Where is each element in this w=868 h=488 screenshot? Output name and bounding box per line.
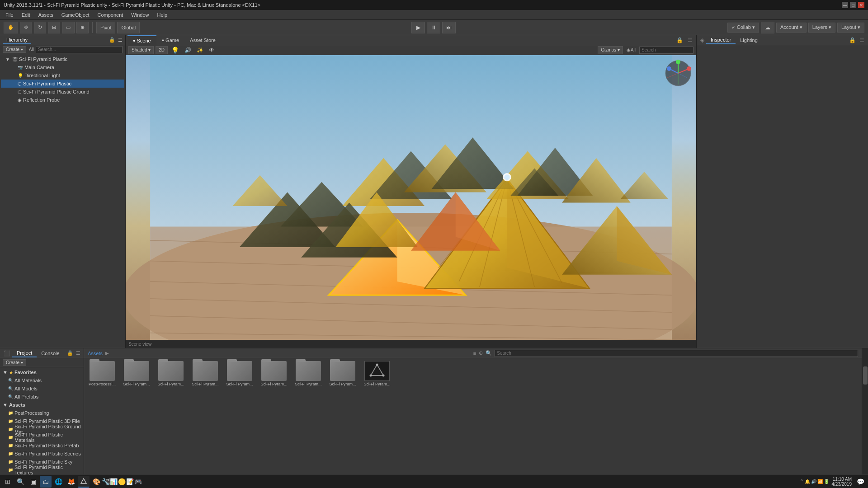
inspector-tab-inspector[interactable]: Inspector — [706, 36, 736, 44]
asset-item-scifi2[interactable]: Sci-Fi Pyram... — [155, 360, 187, 387]
assets-header[interactable]: ▼ Assets — [1, 401, 83, 409]
rotate-tool-button[interactable]: ↻ — [34, 22, 46, 33]
tray-icon3[interactable]: 📶 — [817, 479, 823, 484]
project-create-button[interactable]: Create ▾ — [3, 359, 26, 366]
menu-window[interactable]: Window — [127, 11, 152, 19]
menu-gameobject[interactable]: GameObject — [58, 11, 93, 19]
hierarchy-item-probe[interactable]: ◉ Reflection Probe — [1, 96, 124, 104]
pivot-button[interactable]: Pivot — [96, 22, 115, 33]
project-menu-icon[interactable]: ☰ — [75, 350, 82, 356]
taskbar-datetime[interactable]: 11:10 AM 4/23/2019 — [832, 477, 854, 487]
menu-assets[interactable]: Assets — [35, 11, 57, 19]
hierarchy-item-scene[interactable]: ▼ 🎬 Sci-Fi Pyramid Plastic — [1, 55, 124, 63]
sidebar-postprocessing[interactable]: 📁 PostProcessing — [1, 409, 83, 417]
sidebar-scifi-scenes[interactable]: 📁 Sci-Fi Pyramid Plastic Scenes — [1, 450, 83, 458]
taskbar-extra2[interactable]: 📊 — [110, 476, 118, 488]
hierarchy-item-pyramid[interactable]: ⬡ Sci-Fi Pyramid Plastic — [1, 80, 124, 88]
hierarchy-tab[interactable]: Hierarchy — [3, 36, 31, 44]
hierarchy-search-input[interactable] — [36, 46, 123, 53]
scale-tool-button[interactable]: ⊞ — [48, 22, 60, 33]
shading-button[interactable]: Shaded ▾ — [128, 46, 154, 54]
taskbar-extra4[interactable]: 📝 — [126, 476, 134, 488]
hand-tool-button[interactable]: ✋ — [4, 22, 18, 33]
hierarchy-menu-icon[interactable]: ☰ — [118, 37, 123, 43]
taskbar-firefox-icon[interactable]: 🦊 — [65, 476, 77, 488]
sidebar-scifi-prefab[interactable]: 📁 Sci-Fi Pyramid Plastic Prefab — [1, 441, 83, 450]
taskbar-edge-icon[interactable]: 🌐 — [52, 476, 64, 488]
inspector-lock-icon[interactable]: 🔒 — [847, 37, 858, 43]
asset-item-scifi7[interactable]: Sci-Fi Pyram... — [326, 360, 359, 387]
minimize-button[interactable]: — — [842, 2, 848, 8]
maximize-button[interactable]: □ — [850, 2, 856, 8]
asset-item-scifi5[interactable]: Sci-Fi Pyram... — [258, 360, 290, 387]
project-tab-console[interactable]: Console — [37, 350, 64, 357]
cloud-button[interactable]: ☁ — [761, 22, 774, 33]
taskbar-extra3[interactable]: 🟡 — [118, 476, 126, 488]
asset-item-unity-scene[interactable]: Sci-Fi Pyram... — [361, 360, 393, 387]
layers-button[interactable]: Layers ▾ — [808, 23, 835, 33]
sort-icon[interactable]: ≡ — [473, 351, 476, 356]
taskbar-start-icon[interactable]: ⊞ — [2, 476, 14, 488]
scene-viewport[interactable] — [126, 55, 696, 340]
menu-component[interactable]: Component — [94, 11, 127, 19]
close-button[interactable]: ✕ — [858, 2, 864, 8]
taskbar-search-icon[interactable]: 🔍 — [14, 476, 26, 488]
hierarchy-item-light[interactable]: 💡 Directional Light — [1, 71, 124, 80]
scene-audio-icon[interactable]: 🔊 — [183, 47, 193, 53]
taskbar-notification-icon[interactable]: 💬 — [854, 476, 866, 488]
filter-icon[interactable]: ⊕ — [479, 350, 483, 356]
taskbar-extra1[interactable]: 🔧 — [102, 476, 109, 488]
sidebar-all-models[interactable]: 🔍 All Models — [1, 385, 83, 393]
project-search-input[interactable] — [495, 350, 858, 357]
tray-arrow[interactable]: ⌃ — [800, 479, 804, 484]
scene-tab-scene[interactable]: ● Scene — [127, 35, 156, 45]
menu-edit[interactable]: Edit — [18, 11, 34, 19]
menu-file[interactable]: File — [2, 11, 17, 19]
layout-button[interactable]: Layout ▾ — [837, 23, 864, 33]
breadcrumb-assets[interactable]: Assets — [88, 351, 103, 356]
scene-tab-game[interactable]: ● Game — [156, 35, 184, 45]
scene-panel-menu-icon[interactable]: ☰ — [686, 37, 694, 43]
scene-fx-icon[interactable]: ✨ — [195, 47, 205, 53]
project-lock-icon[interactable]: 🔒 — [66, 350, 75, 356]
asset-item-scifi6[interactable]: Sci-Fi Pyram... — [292, 360, 325, 387]
sidebar-scifi-materials[interactable]: 📁 Sci-Fi Pyramid Plastic Materials — [1, 433, 83, 441]
taskbar-ps-icon[interactable]: 🎨 — [90, 476, 102, 488]
gizmos-button[interactable]: Gizmos ▾ — [598, 46, 623, 54]
project-scrollbar[interactable] — [862, 348, 868, 474]
asset-item-scifi3[interactable]: Sci-Fi Pyram... — [189, 360, 222, 387]
step-button[interactable]: ⏭ — [442, 22, 456, 33]
project-tab-project[interactable]: Project — [12, 349, 37, 357]
taskbar-explorer-icon[interactable]: 🗂 — [40, 476, 52, 488]
scene-search-input[interactable] — [639, 47, 693, 54]
play-button[interactable]: ▶ — [411, 22, 425, 33]
tray-icon4[interactable]: 🔋 — [824, 479, 829, 484]
tray-icon2[interactable]: 🔊 — [811, 479, 816, 484]
favorites-header[interactable]: ▼ ★ Favorites — [1, 368, 83, 376]
asset-item-scifi4[interactable]: Sci-Fi Pyram... — [223, 360, 256, 387]
2d-button[interactable]: 2D — [156, 46, 168, 54]
sidebar-scifi-textures[interactable]: 📁 Sci-Fi Pyramid Plastic Textures — [1, 466, 83, 474]
hierarchy-item-camera[interactable]: 📷 Main Camera — [1, 63, 124, 71]
hierarchy-lock-icon[interactable]: 🔒 — [109, 37, 115, 43]
scene-tab-assetstore[interactable]: Asset Store — [184, 35, 221, 45]
global-button[interactable]: Global — [117, 22, 140, 33]
inspector-tab-lighting[interactable]: Lighting — [736, 37, 762, 44]
scene-light-icon[interactable]: 💡 — [170, 47, 181, 54]
project-scrollbar-thumb[interactable] — [863, 366, 868, 385]
asset-item-postprocessing[interactable]: PostProcessi... — [86, 360, 118, 387]
inspector-menu-icon[interactable]: ☰ — [858, 37, 866, 43]
menu-help[interactable]: Help — [153, 11, 171, 19]
transform-tool-button[interactable]: ⊕ — [76, 22, 89, 33]
rect-tool-button[interactable]: ▭ — [62, 22, 75, 33]
move-tool-button[interactable]: ✥ — [20, 22, 32, 33]
account-button[interactable]: Account ▾ — [776, 23, 807, 33]
collab-button[interactable]: ✓ Collab ▾ — [727, 23, 759, 33]
hierarchy-item-ground[interactable]: ⬡ Sci-Fi Pyramid Plastic Ground — [1, 88, 124, 96]
taskbar-taskview-icon[interactable]: ▣ — [27, 476, 39, 488]
asset-item-scifi1[interactable]: Sci-Fi Pyram... — [120, 360, 153, 387]
tray-icon1[interactable]: 🔔 — [805, 479, 810, 484]
scene-hidden-icon[interactable]: 👁 — [207, 47, 216, 53]
hierarchy-create-button[interactable]: Create ▾ — [3, 46, 26, 53]
scene-panel-lock-icon[interactable]: 🔒 — [674, 37, 686, 43]
